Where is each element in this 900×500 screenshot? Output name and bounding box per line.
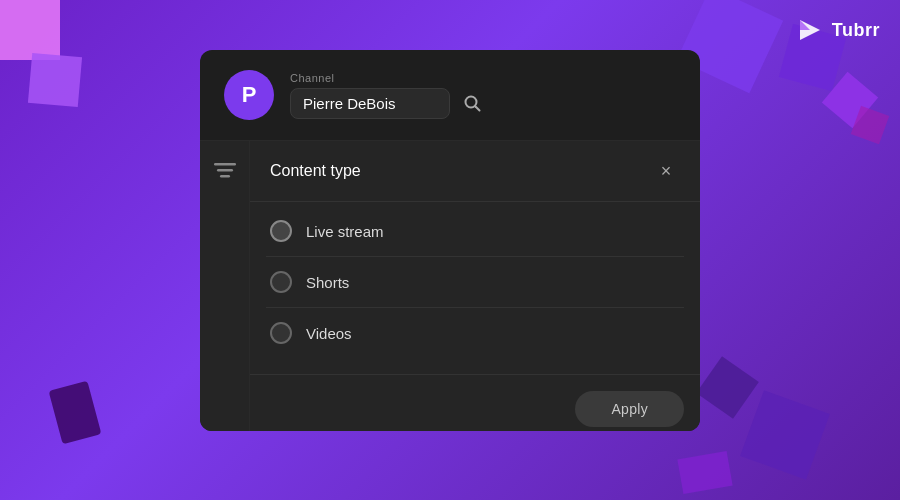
main-panel: P Channel [200,50,700,431]
tubrr-logo-icon [796,16,824,44]
dropdown-header: Content type × [250,141,700,202]
content-type-dropdown: Content type × Live stream [250,141,700,431]
radio-circle-live-stream [270,220,292,242]
close-button[interactable]: × [652,157,680,185]
deco-shape-pink-tl [0,0,60,60]
logo-text: Tubrr [832,20,880,41]
avatar: P [224,70,274,120]
radio-list: Live stream Shorts Videos [250,202,700,370]
deco-shape-tr-cluster2 [851,106,889,144]
radio-item-videos[interactable]: Videos [266,312,684,354]
deco-shape-br3 [677,451,732,494]
radio-label-live-stream: Live stream [306,223,384,240]
svg-rect-5 [217,169,233,172]
search-button[interactable] [458,89,486,117]
sidebar-filter [200,141,250,431]
channel-label: Channel [290,72,486,84]
radio-circle-videos [270,322,292,344]
radio-item-live-stream[interactable]: Live stream [266,210,684,252]
dropdown-title: Content type [270,162,361,180]
deco-shape-tr-cluster1 [822,72,878,128]
svg-line-3 [476,107,480,111]
svg-rect-4 [214,163,236,166]
apply-button[interactable]: Apply [575,391,684,427]
radio-circle-shorts [270,271,292,293]
divider-1 [266,256,684,257]
filter-icon[interactable] [214,163,236,184]
channel-info: Channel [290,72,486,119]
svg-rect-6 [220,175,230,178]
main-content: View Content type × Live stream [250,141,700,431]
deco-shape-dark-bl [49,381,102,444]
deco-shape-br1 [740,390,830,480]
radio-item-shorts[interactable]: Shorts [266,261,684,303]
apply-btn-row: Apply [250,379,700,431]
divider-apply [250,374,700,375]
content-area: View Content type × Live stream [200,141,700,431]
deco-shape-purple-tl [28,53,82,107]
divider-2 [266,307,684,308]
search-icon [462,93,482,113]
channel-name-input[interactable] [290,88,450,119]
deco-shape-br2 [696,356,759,419]
radio-label-shorts: Shorts [306,274,349,291]
radio-label-videos: Videos [306,325,352,342]
logo-area: Tubrr [796,16,880,44]
channel-header: P Channel [200,50,700,141]
channel-input-row [290,88,486,119]
